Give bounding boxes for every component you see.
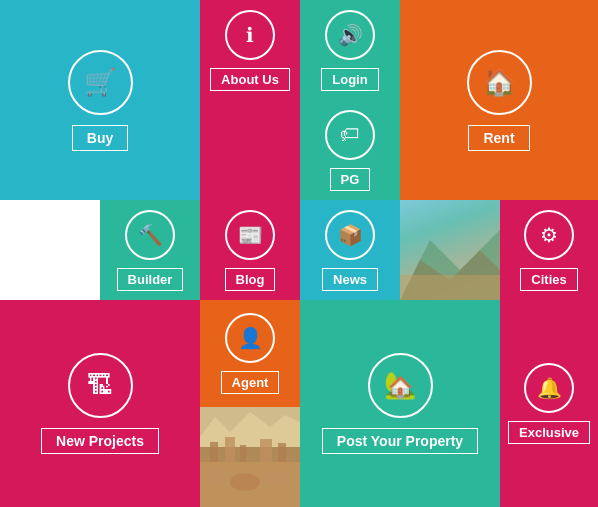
tile-pg[interactable]: 🏷 PG xyxy=(300,100,400,200)
pg-icon: 🏷 xyxy=(325,110,375,160)
tile-new-projects[interactable]: 🏗 New Projects xyxy=(0,300,200,507)
tile-about[interactable]: ℹ About Us xyxy=(200,0,300,100)
tile-blog[interactable]: 📰 Blog xyxy=(200,200,300,300)
post-icon: 🏡 xyxy=(368,353,433,418)
svg-rect-10 xyxy=(240,445,246,462)
main-grid: 🛒 Buy ℹ About Us 🔊 Login 🏠 Rent 🏷 PG 🔨 B… xyxy=(0,0,598,507)
new-projects-icon: 🏗 xyxy=(68,353,133,418)
cities-label: Cities xyxy=(520,268,577,291)
exclusive-icon: 🔔 xyxy=(524,363,574,413)
buy-icon: 🛒 xyxy=(68,50,133,115)
agent-icon: 👤 xyxy=(225,313,275,363)
rent-label: Rent xyxy=(468,125,529,151)
tile-cities[interactable]: ⚙ Cities xyxy=(500,200,598,300)
rent-icon: 🏠 xyxy=(467,50,532,115)
svg-rect-12 xyxy=(278,443,286,462)
scenic-tile-mid xyxy=(400,200,500,300)
exclusive-label: Exclusive xyxy=(508,421,590,444)
new-projects-label: New Projects xyxy=(41,428,159,454)
blog-icon: 📰 xyxy=(225,210,275,260)
builder-label: Builder xyxy=(117,268,184,291)
cities-icon: ⚙ xyxy=(524,210,574,260)
svg-rect-8 xyxy=(210,442,218,462)
news-label: News xyxy=(322,268,378,291)
svg-point-14 xyxy=(203,469,227,485)
svg-point-15 xyxy=(230,473,260,491)
agent-label: Agent xyxy=(221,371,280,394)
tile-exclusive[interactable]: 🔔 Exclusive xyxy=(500,300,598,507)
login-label: Login xyxy=(321,68,378,91)
svg-rect-9 xyxy=(225,437,235,462)
tile-rent[interactable]: 🏠 Rent xyxy=(400,0,598,200)
login-icon: 🔊 xyxy=(325,10,375,60)
svg-point-16 xyxy=(262,471,288,487)
blank-pink xyxy=(200,100,300,200)
tile-agent[interactable]: 👤 Agent xyxy=(200,300,300,407)
about-label: About Us xyxy=(210,68,290,91)
blog-label: Blog xyxy=(225,268,276,291)
scenic-tile-bottom xyxy=(200,407,300,507)
tile-post[interactable]: 🏡 Post Your Property xyxy=(300,300,500,507)
post-label: Post Your Property xyxy=(322,428,478,454)
news-icon: 📦 xyxy=(325,210,375,260)
about-icon: ℹ xyxy=(225,10,275,60)
svg-rect-3 xyxy=(400,275,500,300)
builder-icon: 🔨 xyxy=(125,210,175,260)
svg-marker-6 xyxy=(200,412,300,447)
tile-buy[interactable]: 🛒 Buy xyxy=(0,0,200,200)
svg-rect-11 xyxy=(260,439,272,462)
tile-news[interactable]: 📦 News xyxy=(300,200,400,300)
tile-login[interactable]: 🔊 Login xyxy=(300,0,400,100)
buy-label: Buy xyxy=(72,125,128,151)
pg-label: PG xyxy=(330,168,371,191)
tile-builder[interactable]: 🔨 Builder xyxy=(100,200,200,300)
